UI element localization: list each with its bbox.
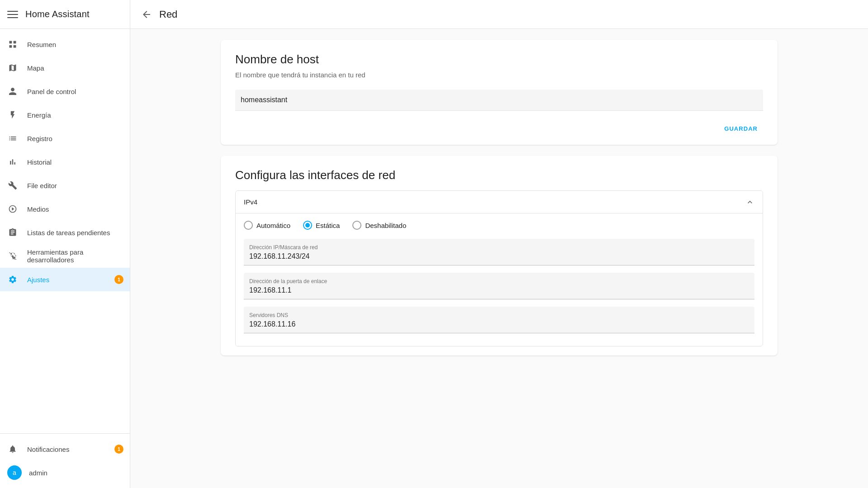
svg-rect-6 (14, 45, 16, 48)
chevron-up-icon (745, 197, 754, 207)
dns-value: 192.168.11.16 (249, 320, 749, 328)
dns-field[interactable]: Servidores DNS 192.168.11.16 (244, 307, 754, 333)
hostname-input[interactable] (235, 90, 763, 111)
user-item[interactable]: a admin (0, 461, 130, 484)
notificaciones-label: Notificaciones (27, 445, 69, 453)
sidebar-item-label: Resumen (27, 41, 56, 48)
sidebar-item-panel-control[interactable]: Panel de control (0, 80, 130, 103)
sidebar-header: Home Assistant (0, 0, 130, 29)
radio-automatico[interactable]: Automático (244, 221, 290, 230)
sidebar-item-label: Herramientas para desarrolladores (27, 248, 123, 264)
list-icon (7, 133, 18, 144)
avatar: a (7, 465, 22, 480)
hostname-card-desc: El nombre que tendrá tu instancia en tu … (235, 71, 763, 79)
radio-estatica[interactable]: Estática (303, 221, 340, 230)
gateway-field[interactable]: Dirección de la puerta de enlace 192.168… (244, 273, 754, 299)
svg-rect-4 (14, 41, 16, 44)
ip-mask-field[interactable]: Dirección IP/Máscara de red 192.168.11.2… (244, 239, 754, 265)
ipv4-label: IPv4 (244, 198, 257, 206)
main-content: Red Nombre de host El nombre que tendrá … (130, 0, 868, 488)
sidebar-item-historial[interactable]: Historial (0, 150, 130, 174)
gear-icon (7, 274, 18, 285)
sidebar-nav: Resumen Mapa Panel de control (0, 29, 130, 433)
svg-rect-2 (7, 17, 18, 18)
menu-icon[interactable] (7, 9, 18, 20)
person-icon (7, 86, 18, 97)
back-button[interactable] (141, 9, 152, 20)
bolt-icon (7, 109, 18, 120)
sidebar-item-herramientas[interactable]: Herramientas para desarrolladores (0, 244, 130, 268)
sidebar-item-label: Mapa (27, 64, 44, 72)
app-title: Home Assistant (25, 9, 90, 19)
network-card: Configura las interfaces de red IPv4 (221, 156, 778, 355)
sidebar-item-label: Listas de tareas pendientes (27, 229, 110, 237)
hostname-card: Nombre de host El nombre que tendrá tu i… (221, 40, 778, 145)
sidebar-item-label: Historial (27, 158, 52, 166)
sidebar-item-energia[interactable]: Energía (0, 103, 130, 127)
sidebar-item-label: Registro (27, 135, 52, 142)
sidebar-item-ajustes[interactable]: Ajustes 1 (0, 268, 130, 291)
svg-rect-0 (7, 11, 18, 12)
map-icon (7, 62, 18, 73)
bell-icon (7, 444, 18, 455)
svg-rect-5 (9, 45, 12, 48)
ipv4-body: Automático Estática Deshabilitado (236, 213, 763, 346)
grid-icon (7, 39, 18, 50)
tools-icon (7, 251, 18, 261)
sidebar-item-registro[interactable]: Registro (0, 127, 130, 150)
topbar: Red (130, 0, 868, 29)
sidebar-item-medios[interactable]: Medios (0, 197, 130, 221)
sidebar-item-mapa[interactable]: Mapa (0, 56, 130, 80)
save-button[interactable]: GUARDAR (719, 122, 763, 136)
radio-circle-automatico (244, 221, 253, 230)
sidebar-item-label: Panel de control (27, 88, 76, 95)
svg-rect-1 (7, 14, 18, 15)
clipboard-icon (7, 227, 18, 238)
notificaciones-badge: 1 (114, 445, 123, 454)
page-title: Red (159, 9, 177, 20)
bar-chart-icon (7, 156, 18, 167)
network-card-title: Configura las interfaces de red (235, 168, 763, 182)
hostname-card-actions: GUARDAR (235, 122, 763, 136)
radio-group: Automático Estática Deshabilitado (244, 221, 754, 230)
ipv4-section: IPv4 Automático (235, 190, 763, 346)
ajustes-badge: 1 (114, 275, 123, 284)
radio-circle-estatica (303, 221, 312, 230)
radio-circle-deshabilitado (352, 221, 361, 230)
gateway-label: Dirección de la puerta de enlace (249, 278, 749, 284)
sidebar-bottom: Notificaciones 1 a admin (0, 433, 130, 488)
sidebar-item-resumen[interactable]: Resumen (0, 33, 130, 56)
play-icon (7, 204, 18, 214)
svg-rect-3 (9, 41, 12, 44)
ip-mask-label: Dirección IP/Máscara de red (249, 244, 749, 251)
radio-deshabilitado[interactable]: Deshabilitado (352, 221, 406, 230)
ip-mask-value: 192.168.11.243/24 (249, 252, 749, 261)
dns-label: Servidores DNS (249, 312, 749, 318)
sidebar-item-label: File editor (27, 182, 57, 190)
ipv4-header[interactable]: IPv4 (236, 191, 763, 213)
gateway-value: 192.168.11.1 (249, 286, 749, 294)
sidebar-item-label: Energía (27, 111, 51, 119)
wrench-icon (7, 180, 18, 191)
sidebar-item-file-editor[interactable]: File editor (0, 174, 130, 197)
sidebar-item-notificaciones[interactable]: Notificaciones 1 (0, 437, 130, 461)
sidebar-item-label: Ajustes (27, 276, 49, 284)
sidebar-item-label: Medios (27, 205, 49, 213)
user-name: admin (29, 469, 47, 477)
sidebar-item-listas[interactable]: Listas de tareas pendientes (0, 221, 130, 244)
content-area: Nombre de host El nombre que tendrá tu i… (130, 29, 868, 488)
sidebar: Home Assistant Resumen Mapa (0, 0, 130, 488)
hostname-card-title: Nombre de host (235, 52, 763, 66)
